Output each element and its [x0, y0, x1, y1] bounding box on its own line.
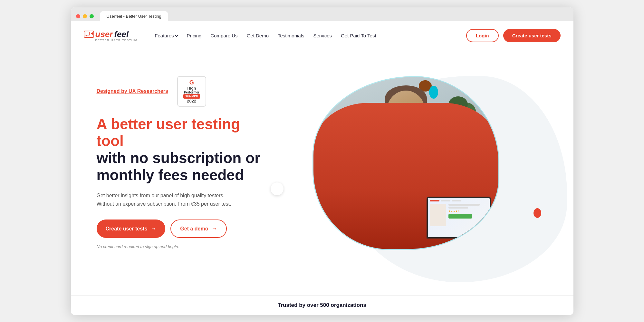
logo-tagline: BETTER USER TESTING [95, 39, 138, 42]
teal-dot-decoration [429, 86, 438, 99]
svg-point-3 [86, 35, 87, 36]
hero-person-image: ★★★★☆ [312, 76, 499, 250]
nav-testimonials[interactable]: Testimonials [278, 33, 304, 38]
hero-buttons: Create user tests → Get a demo → [97, 220, 264, 238]
laptop: ★★★★☆ [427, 197, 491, 239]
hero-image-area: ★★★★☆ [264, 66, 548, 260]
white-dot-decoration [271, 182, 284, 195]
headline-dark1: with no subscription or [97, 150, 261, 166]
laptop-screen: ★★★★☆ [428, 198, 490, 237]
svg-rect-1 [85, 32, 90, 35]
screen-content: ★★★★☆ [428, 198, 490, 228]
logo-user: user [95, 29, 113, 39]
headline-dark2: monthly fees needed [97, 167, 244, 183]
designed-by-row: Designed by UX Researchers G High Perfor… [97, 76, 264, 107]
person-silhouette: ★★★★☆ [313, 77, 498, 249]
logo-feel: feel [114, 29, 129, 39]
designed-by-text: Designed by UX Researchers [97, 88, 168, 94]
nav-create-button[interactable]: Create user tests [503, 29, 561, 42]
g2-badge: G High Performer SUMMER 2022 [177, 76, 206, 107]
logo[interactable]: userfeel BETTER USER TESTING [84, 29, 138, 42]
headline-accent: A better user testing tool [97, 116, 240, 150]
g2-performer: Performer [184, 91, 199, 94]
g2-logo: G [189, 79, 194, 86]
nav-get-paid[interactable]: Get Paid To Test [341, 33, 376, 38]
browser-tab[interactable]: Userfeel - Better User Testing [100, 11, 168, 21]
g2-year: 2022 [187, 99, 196, 103]
designed-prefix: Designed by UX Researchers [97, 88, 168, 94]
logo-icon [84, 30, 94, 38]
nav-get-demo[interactable]: Get Demo [247, 33, 269, 38]
nav-links: Features Pricing Compare Us Get Demo Tes… [155, 33, 456, 38]
secondary-arrow-icon: → [211, 225, 217, 232]
trusted-text: Trusted by over 500 organizations [278, 302, 366, 308]
hero-headline: A better user testing tool with no subsc… [97, 116, 264, 184]
hero-demo-button[interactable]: Get a demo → [170, 220, 227, 238]
nav-features[interactable]: Features [155, 33, 178, 38]
hero-content: Designed by UX Researchers G High Perfor… [97, 66, 264, 249]
hero-create-button[interactable]: Create user tests → [97, 220, 166, 238]
hero-subtext: Get better insights from our panel of hi… [97, 191, 235, 208]
browser-window: Userfeel - Better User Testing userfeel … [71, 7, 573, 315]
nav-compare-us[interactable]: Compare Us [210, 33, 237, 38]
close-dot[interactable] [76, 14, 80, 18]
primary-arrow-icon: → [150, 225, 156, 232]
expand-dot[interactable] [90, 14, 94, 18]
tab-label: Userfeel - Better User Testing [107, 14, 161, 19]
navbar: userfeel BETTER USER TESTING Features Pr… [71, 21, 573, 50]
nav-services[interactable]: Services [313, 33, 332, 38]
trusted-bar: Trusted by over 500 organizations [71, 295, 573, 315]
browser-chrome: Userfeel - Better User Testing [71, 7, 573, 21]
hero-section: Designed by UX Researchers G High Perfor… [71, 50, 573, 295]
nav-actions: Login Create user tests [466, 29, 561, 42]
g2-high: High [187, 86, 196, 91]
svg-marker-2 [91, 32, 93, 35]
nav-pricing[interactable]: Pricing [187, 33, 202, 38]
minimize-dot[interactable] [83, 14, 87, 18]
red-dot-decoration [533, 208, 541, 218]
login-button[interactable]: Login [466, 29, 499, 42]
g2-summer: SUMMER [183, 94, 200, 99]
features-chevron-icon [175, 33, 178, 37]
no-card-text: No credit card required to sign up and b… [97, 244, 264, 249]
